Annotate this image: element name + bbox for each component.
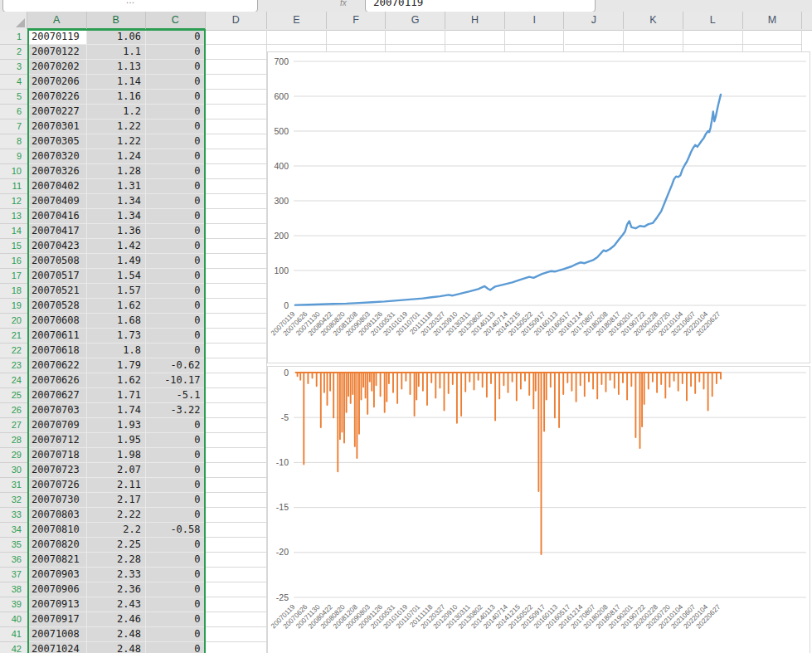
cell-C12[interactable]: 0	[146, 194, 206, 209]
column-header-A[interactable]: A	[27, 12, 87, 30]
row-header-29[interactable]: 29	[0, 448, 27, 463]
row-header-9[interactable]: 9	[0, 149, 27, 164]
cell-D28[interactable]	[206, 433, 268, 448]
cell-A41[interactable]: 20071008	[27, 627, 87, 642]
cell-B42[interactable]: 2.48	[87, 642, 147, 653]
fx-icon[interactable]: fx	[340, 0, 347, 7]
cell-A11[interactable]: 20070402	[27, 179, 87, 194]
cell-D37[interactable]	[206, 568, 268, 582]
cell-A37[interactable]: 20070903	[27, 568, 87, 582]
cell-J1[interactable]	[565, 30, 625, 45]
row-header-17[interactable]: 17	[0, 269, 27, 284]
row-header-2[interactable]: 2	[0, 45, 27, 60]
cell-A26[interactable]: 20070703	[27, 403, 87, 418]
cell-C3[interactable]: 0	[146, 60, 206, 75]
cell-A39[interactable]: 20070913	[27, 597, 87, 612]
cell-C6[interactable]: 0	[146, 105, 206, 119]
cell-A12[interactable]: 20070409	[27, 194, 87, 209]
cell-B41[interactable]: 2.48	[87, 627, 147, 642]
row-header-4[interactable]: 4	[0, 75, 27, 90]
cell-B18[interactable]: 1.57	[87, 284, 147, 299]
cell-A36[interactable]: 20070821	[27, 553, 87, 568]
cell-C36[interactable]: 0	[146, 553, 206, 568]
row-header-35[interactable]: 35	[0, 538, 27, 553]
cell-D35[interactable]	[206, 538, 268, 553]
cell-C42[interactable]: 0	[146, 642, 206, 653]
cell-C14[interactable]: 0	[146, 224, 206, 239]
cell-D6[interactable]	[206, 105, 268, 119]
cell-K1[interactable]	[624, 30, 683, 45]
row-header-21[interactable]: 21	[0, 329, 27, 344]
cell-D5[interactable]	[206, 90, 268, 105]
cell-C23[interactable]: -0.62	[146, 358, 206, 373]
cell-C5[interactable]: 0	[146, 90, 206, 105]
row-header-38[interactable]: 38	[0, 582, 27, 597]
cell-D33[interactable]	[206, 508, 268, 523]
row-header-16[interactable]: 16	[0, 254, 27, 269]
row-header-11[interactable]: 11	[0, 179, 27, 194]
row-header-41[interactable]: 41	[0, 627, 27, 642]
cell-C24[interactable]: -10.17	[146, 373, 206, 388]
cell-D31[interactable]	[206, 478, 268, 493]
cell-G1[interactable]	[386, 30, 445, 45]
cell-C10[interactable]: 0	[146, 164, 206, 179]
cell-B8[interactable]: 1.22	[87, 134, 147, 149]
row-header-10[interactable]: 10	[0, 164, 27, 179]
cell-B23[interactable]: 1.79	[87, 358, 147, 373]
cell-A24[interactable]: 20070626	[27, 373, 87, 388]
cell-A9[interactable]: 20070320	[27, 149, 87, 164]
cell-B11[interactable]: 1.31	[87, 179, 147, 194]
cell-B3[interactable]: 1.13	[87, 60, 147, 75]
cell-C21[interactable]: 0	[146, 329, 206, 344]
cell-D2[interactable]	[206, 45, 268, 60]
cell-A10[interactable]: 20070326	[27, 164, 87, 179]
cell-B36[interactable]: 2.28	[87, 553, 147, 568]
cell-C41[interactable]: 0	[146, 627, 206, 642]
cell-D14[interactable]	[206, 224, 268, 239]
cell-C39[interactable]: 0	[146, 597, 206, 612]
cell-D36[interactable]	[206, 553, 268, 568]
cell-D39[interactable]	[206, 597, 268, 612]
equity-curve-chart[interactable]: 0100200300400500600700200701192007062620…	[267, 51, 810, 363]
cell-C29[interactable]: 0	[146, 448, 206, 463]
row-header-15[interactable]: 15	[0, 239, 27, 254]
cell-A13[interactable]: 20070416	[27, 209, 87, 224]
cell-B7[interactable]: 1.22	[87, 119, 147, 134]
cell-B28[interactable]: 1.95	[87, 433, 147, 448]
cell-A30[interactable]: 20070723	[27, 463, 87, 478]
cell-A38[interactable]: 20070906	[27, 582, 87, 597]
cell-D34[interactable]	[206, 523, 268, 538]
cell-B38[interactable]: 2.36	[87, 582, 147, 597]
row-header-22[interactable]: 22	[0, 344, 27, 358]
row-header-1[interactable]: 1	[0, 30, 27, 45]
cell-C4[interactable]: 0	[146, 75, 206, 90]
cell-B9[interactable]: 1.24	[87, 149, 147, 164]
cell-C30[interactable]: 0	[146, 463, 206, 478]
cell-B29[interactable]: 1.98	[87, 448, 147, 463]
cell-D32[interactable]	[206, 493, 268, 508]
cell-B2[interactable]: 1.1	[87, 45, 147, 60]
cell-B24[interactable]: 1.62	[87, 373, 147, 388]
cell-D22[interactable]	[206, 344, 268, 358]
row-header-3[interactable]: 3	[0, 60, 27, 75]
cell-A6[interactable]: 20070227	[27, 105, 87, 119]
cell-B19[interactable]: 1.62	[87, 299, 147, 314]
column-header-M[interactable]: M	[743, 12, 803, 29]
cell-C20[interactable]: 0	[146, 314, 206, 329]
cell-C2[interactable]: 0	[146, 45, 206, 60]
row-header-12[interactable]: 12	[0, 194, 27, 209]
name-box[interactable]: …	[2, 0, 258, 12]
cell-A33[interactable]: 20070803	[27, 508, 87, 523]
cell-B37[interactable]: 2.33	[87, 568, 147, 582]
cell-A18[interactable]: 20070521	[27, 284, 87, 299]
cell-A3[interactable]: 20070202	[27, 60, 87, 75]
cell-C32[interactable]: 0	[146, 493, 206, 508]
cell-B17[interactable]: 1.54	[87, 269, 147, 284]
cell-B22[interactable]: 1.8	[87, 344, 147, 358]
cell-B15[interactable]: 1.42	[87, 239, 147, 254]
row-header-23[interactable]: 23	[0, 358, 27, 373]
cell-D27[interactable]	[206, 418, 268, 433]
row-header-34[interactable]: 34	[0, 523, 27, 538]
cell-B34[interactable]: 2.2	[87, 523, 147, 538]
cell-D4[interactable]	[206, 75, 268, 90]
